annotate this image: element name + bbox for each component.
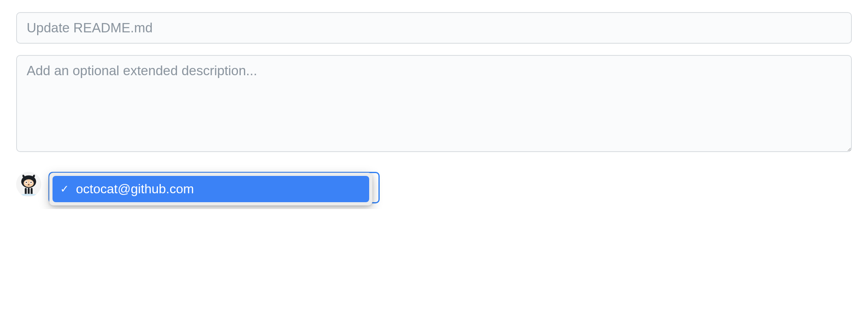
commit-summary-input[interactable] [16,12,852,44]
dropdown-option-label: octocat@github.com [76,182,194,197]
dropdown-option-selected[interactable]: ✓ octocat@github.com [53,176,369,202]
octocat-icon [16,172,41,197]
author-email-dropdown[interactable]: ✓ octocat@github.com [49,173,372,205]
commit-description-input[interactable] [16,55,852,152]
partial-hint-text: it [48,208,54,209]
svg-point-5 [25,182,27,183]
svg-point-7 [28,184,29,185]
svg-point-6 [30,182,32,183]
svg-point-2 [23,179,34,187]
check-icon: ✓ [60,183,69,195]
avatar [16,172,41,197]
commit-author-row: it ✓ octocat@github.com [16,172,852,197]
